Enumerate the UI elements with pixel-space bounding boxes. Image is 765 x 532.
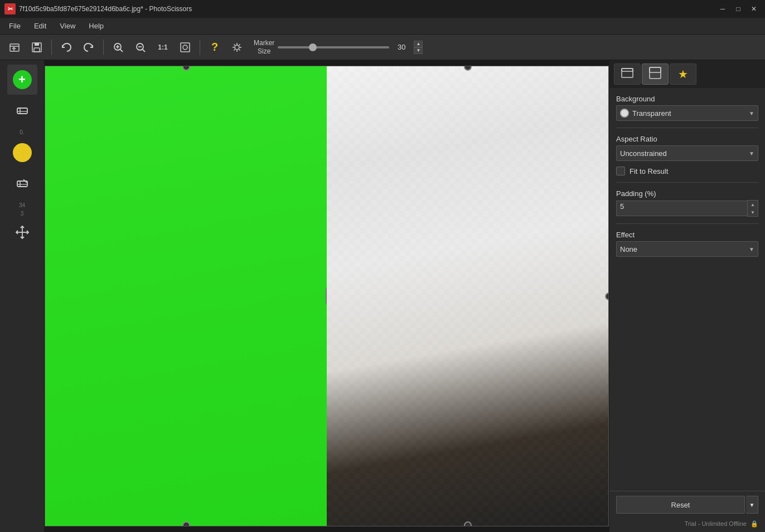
result-image — [327, 66, 608, 526]
marker-size-slider[interactable] — [278, 46, 389, 48]
menu-view[interactable]: View — [53, 19, 82, 32]
toolbar-separator-3 — [200, 40, 200, 55]
tool-erase2[interactable] — [7, 170, 37, 200]
minimize-button[interactable]: ─ — [716, 4, 729, 14]
fit-to-result-checkbox[interactable] — [616, 167, 625, 175]
marker-size-container: Marker Size 30 ▲ ▼ — [254, 39, 423, 55]
transparent-circle-icon — [620, 109, 629, 118]
trial-icon: 🔒 — [751, 520, 758, 527]
divider-3 — [616, 223, 758, 224]
tool-move[interactable] — [7, 219, 37, 249]
trial-label: Trial - Unlimited Offline 🔒 — [609, 518, 765, 532]
svg-rect-32 — [622, 69, 633, 71]
favorites-tab-icon: ★ — [678, 67, 688, 81]
divider-2 — [616, 182, 758, 183]
erase2-tool-icon — [14, 175, 30, 194]
titlebar: ✂ 7f10d5c9ba5fd87e675e29124d6ba6c.jpg* -… — [0, 0, 765, 18]
effect-dropdown-row: None ▼ — [616, 241, 758, 257]
image-container — [45, 66, 609, 526]
right-drag-handle-bottom[interactable] — [464, 521, 472, 526]
svg-line-21 — [234, 49, 235, 50]
titlebar-controls: ─ □ ✕ — [716, 4, 761, 14]
fit-to-result-row: Fit to Result — [616, 167, 758, 175]
help-button[interactable]: ? — [205, 37, 225, 57]
tab-favorites[interactable]: ★ — [670, 64, 696, 85]
padding-spinner: ▲ ▼ — [747, 200, 758, 217]
zoom-in-button[interactable] — [108, 37, 128, 57]
magic-wand-button[interactable] — [227, 37, 247, 57]
svg-line-19 — [239, 49, 240, 50]
background-section: Background Transparent ▼ — [616, 95, 758, 121]
maximize-button[interactable]: □ — [732, 4, 745, 14]
effect-section: Effect None ▼ — [616, 231, 758, 257]
canvas-area[interactable] — [45, 60, 609, 532]
menu-help[interactable]: Help — [82, 19, 110, 32]
main-content: + 0. 34 3 — [0, 60, 765, 532]
tool-erase[interactable] — [7, 97, 37, 127]
left-sidebar: + 0. 34 3 — [0, 60, 45, 532]
split-handle-bar — [326, 288, 327, 305]
marker-size-label: Marker Size — [254, 39, 274, 55]
effect-value: None — [620, 245, 637, 253]
padding-input-row: 5 ▲ ▼ — [616, 200, 758, 217]
reset-button[interactable]: Reset — [616, 496, 745, 514]
tool-add[interactable]: + — [7, 65, 37, 95]
aspect-ratio-dropdown[interactable]: Unconstrained ▼ — [616, 145, 758, 161]
svg-point-12 — [183, 45, 187, 50]
background-dropdown[interactable]: Transparent ▼ — [616, 105, 758, 121]
sidebar-number-1: 0. — [17, 129, 26, 135]
marker-size-down[interactable]: ▼ — [414, 47, 423, 54]
menubar: File Edit View Help — [0, 18, 765, 35]
svg-line-9 — [143, 49, 146, 52]
background-label: Background — [616, 95, 758, 103]
undo-button[interactable] — [56, 37, 76, 57]
move-tool-icon — [14, 224, 30, 243]
aspect-ratio-arrow: ▼ — [749, 150, 754, 157]
svg-rect-11 — [181, 43, 190, 52]
svg-line-18 — [234, 44, 235, 45]
redo-button[interactable] — [79, 37, 99, 57]
toolbar-separator-2 — [103, 40, 104, 55]
tool-color[interactable] — [7, 138, 37, 168]
output-tab-icon — [648, 66, 662, 83]
open-button[interactable] — [4, 37, 25, 57]
drag-handle-bottom[interactable] — [182, 521, 190, 526]
zoom-1to1-button[interactable]: 1:1 — [153, 37, 173, 57]
divider-1 — [616, 128, 758, 128]
svg-rect-3 — [34, 48, 40, 52]
sidebar-number-3: 3 — [18, 211, 26, 217]
reset-dropdown-button[interactable]: ▼ — [746, 496, 758, 514]
tab-output[interactable] — [642, 64, 669, 85]
titlebar-left: ✂ 7f10d5c9ba5fd87e675e29124d6ba6c.jpg* -… — [4, 3, 192, 14]
panel-content: Background Transparent ▼ Aspect Ratio — [609, 88, 765, 491]
svg-rect-22 — [17, 108, 27, 114]
effect-label: Effect — [616, 231, 758, 239]
menu-file[interactable]: File — [2, 19, 27, 32]
padding-up-button[interactable]: ▲ — [748, 201, 758, 208]
toolbar-separator-1 — [51, 40, 52, 55]
image-left-pane — [45, 66, 327, 526]
menu-edit[interactable]: Edit — [27, 19, 53, 32]
right-panel: ★ Background Transparent ▼ — [609, 60, 765, 532]
background-dropdown-row: Transparent ▼ — [616, 105, 758, 121]
save-button[interactable] — [27, 37, 47, 57]
padding-down-button[interactable]: ▼ — [748, 208, 758, 216]
tab-layers[interactable] — [614, 64, 641, 85]
add-tool-icon: + — [13, 70, 32, 89]
close-button[interactable]: ✕ — [747, 4, 761, 14]
panel-bottom: Reset ▼ — [609, 491, 765, 518]
aspect-ratio-section: Aspect Ratio Unconstrained ▼ — [616, 135, 758, 161]
panel-tabs: ★ — [609, 60, 765, 88]
marker-size-up[interactable]: ▲ — [414, 41, 423, 47]
vertical-split-handle[interactable] — [322, 66, 327, 526]
zoom-out-button[interactable] — [130, 37, 151, 57]
padding-input[interactable]: 5 — [616, 201, 747, 216]
color-tool-icon — [13, 143, 32, 162]
aspect-ratio-dropdown-row: Unconstrained ▼ — [616, 145, 758, 161]
background-dropdown-value: Transparent — [632, 109, 671, 118]
green-selection-overlay — [45, 66, 327, 526]
svg-point-13 — [235, 45, 239, 50]
sidebar-number-2: 34 — [17, 202, 27, 208]
effect-dropdown[interactable]: None ▼ — [616, 241, 758, 257]
zoom-fit-button[interactable] — [175, 37, 195, 57]
